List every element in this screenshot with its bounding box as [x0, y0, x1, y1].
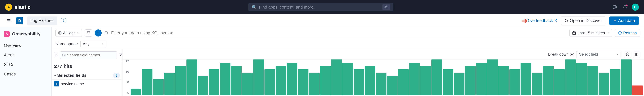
y-axis-6: 6 — [124, 91, 129, 95]
globe-icon-btn[interactable] — [611, 4, 618, 11]
top-navigation: e elastic 🔍 Find apps, content, and more… — [0, 0, 644, 14]
chart-bar — [331, 59, 342, 95]
svg-marker-33 — [120, 54, 122, 57]
refresh-icon — [618, 31, 622, 35]
elastic-logo[interactable]: e elastic — [5, 4, 30, 11]
secondary-nav-right: ➜ Give feedback Open in Discover Add dat… — [526, 16, 639, 25]
global-search-bar[interactable]: 🔍 Find apps, content, and more. ⌘/ — [248, 3, 394, 11]
chart-area: Break down by Select field — [122, 49, 644, 96]
chevron-down-icon: ▾ — [54, 73, 56, 77]
open-in-discover-button[interactable]: Open in Discover — [561, 16, 605, 25]
external-link-icon — [554, 19, 557, 23]
chart-bar — [487, 59, 498, 95]
bell-icon-btn[interactable] — [622, 4, 628, 11]
sidebar-app-name: Observability — [12, 31, 40, 37]
hamburger-button[interactable] — [5, 17, 12, 24]
chart-bar — [554, 69, 565, 95]
all-logs-button[interactable]: All logs — [56, 29, 82, 37]
field-search-input[interactable] — [67, 53, 115, 57]
sidebar-item-cases[interactable]: Cases — [0, 69, 52, 79]
field-item-service-name: k service.name — [52, 80, 122, 88]
chart-bar — [342, 63, 353, 95]
add-data-button[interactable]: Add data — [609, 17, 639, 25]
secondary-navigation: D Log Explorer β ➜ Give feedback Open in… — [0, 14, 644, 27]
add-filter-button[interactable] — [94, 29, 102, 37]
chart-bar — [309, 73, 320, 95]
chart-options-icon-btn[interactable] — [633, 51, 640, 58]
chart-bar — [476, 63, 487, 95]
search-icon — [62, 53, 66, 57]
chart-bar — [510, 69, 520, 95]
field-list-icon-btn[interactable] — [54, 52, 58, 58]
svg-point-19 — [105, 31, 108, 34]
chart-settings-icon-btn[interactable] — [624, 51, 631, 58]
svg-rect-21 — [572, 32, 576, 35]
globe-icon — [612, 5, 617, 9]
chart-bar — [532, 73, 542, 95]
bars-container — [131, 59, 643, 95]
chart-bar — [276, 66, 286, 95]
namespace-row: Namespace Any — [52, 39, 644, 49]
chart-bar — [164, 73, 175, 95]
chart-bar — [398, 69, 409, 95]
field-type-icon: k — [54, 81, 59, 86]
chevron-down-icon — [77, 32, 80, 34]
chart-bar — [264, 69, 275, 95]
svg-text:e: e — [8, 5, 10, 9]
sidebar-item-overview[interactable]: Overview — [0, 41, 52, 50]
chart-bar — [610, 69, 620, 95]
field-search-box[interactable] — [60, 51, 117, 59]
select-field-dropdown[interactable]: Select field — [576, 51, 622, 58]
give-feedback-link[interactable]: Give feedback — [526, 18, 557, 23]
field-panel: 0 277 hits ▾ Selected fields 3 k service… — [52, 49, 122, 96]
svg-marker-16 — [87, 32, 90, 34]
svg-line-20 — [107, 34, 108, 35]
chart-bar — [354, 69, 364, 95]
filter-icon — [87, 31, 90, 35]
namespace-select[interactable]: Any — [80, 41, 106, 47]
observability-icon — [4, 31, 10, 37]
chart-bar — [432, 59, 442, 95]
chart-bar — [298, 69, 308, 95]
svg-point-8 — [565, 19, 568, 22]
date-range-button[interactable]: Last 15 minutes — [570, 29, 612, 37]
log-explorer-button[interactable]: Log Explorer — [27, 17, 57, 25]
chart-bar — [598, 73, 609, 95]
lower-area: 0 277 hits ▾ Selected fields 3 k service… — [52, 49, 644, 96]
selected-fields-header[interactable]: ▾ Selected fields 3 — [52, 71, 122, 80]
content-area: All logs Last 15 minutes Refresh — [52, 27, 644, 96]
fields-count-badge: 3 — [113, 73, 120, 78]
sidebar-item-slos[interactable]: SLOs — [0, 60, 52, 69]
kql-filter-input[interactable] — [111, 30, 567, 35]
chart-bar — [242, 73, 253, 95]
y-axis-12: 12 — [124, 59, 129, 63]
chart-settings-buttons — [624, 51, 640, 58]
menu-icon — [6, 19, 11, 23]
search-icon: 🔍 — [252, 5, 257, 10]
selected-fields-label: Selected fields — [57, 73, 113, 78]
chart-bar — [498, 66, 509, 95]
chart-bar — [576, 63, 587, 95]
user-avatar[interactable]: E — [632, 4, 639, 11]
main-layout: Observability Overview Alerts SLOs Cases… — [0, 27, 644, 96]
namespace-label: Namespace — [56, 41, 78, 46]
chart-bar — [209, 69, 219, 95]
chart-bar — [320, 66, 331, 95]
chart-bar — [287, 63, 297, 95]
filter-button[interactable] — [85, 29, 92, 37]
chart-bar — [220, 63, 230, 95]
chevron-down-icon — [616, 53, 619, 56]
chart-bar — [443, 69, 453, 95]
chart-bar — [465, 66, 476, 95]
plus-icon — [613, 19, 617, 23]
chart-bar — [153, 79, 164, 95]
refresh-button[interactable]: Refresh — [615, 29, 640, 37]
chart-bar — [621, 59, 632, 95]
sliders-icon — [635, 53, 638, 56]
search-placeholder: Find apps, content, and more. — [259, 5, 380, 10]
chart-header: Break down by Select field — [122, 49, 644, 59]
calendar-icon — [572, 31, 576, 35]
sidebar-item-alerts[interactable]: Alerts — [0, 50, 52, 60]
toolbar-right: Last 15 minutes Refresh — [570, 29, 640, 37]
y-axis-labels: 12 10 8 6 — [124, 59, 130, 95]
